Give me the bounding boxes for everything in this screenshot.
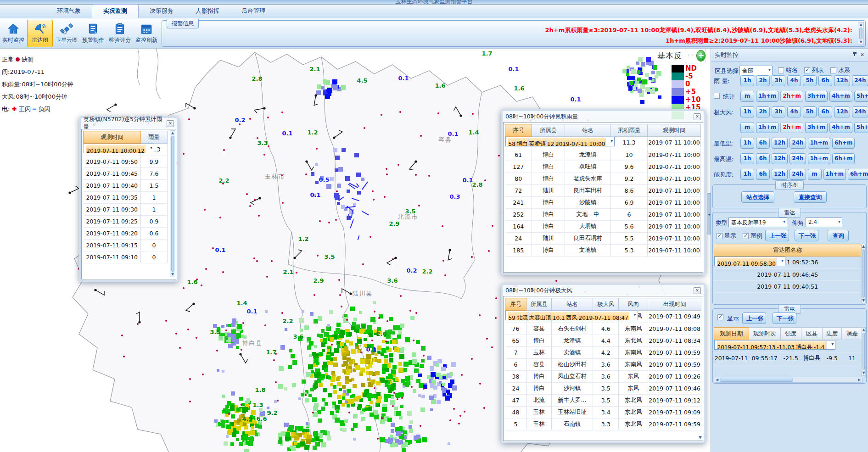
direct-query-button[interactable]: 直接查询 xyxy=(794,191,827,203)
checkbox-图例[interactable] xyxy=(743,233,749,239)
window-title-bar[interactable]: 08时~10时00分钟极大风 ✕ xyxy=(503,285,704,296)
close-icon[interactable]: ✕ xyxy=(694,113,701,120)
table-row[interactable]: 5玉林石南镇3.3东北风2019-07-11 09:59 xyxy=(505,418,701,430)
column-header-陡度[interactable]: 陡度 xyxy=(823,328,842,340)
alarm-scrollbar[interactable]: ▲▼ xyxy=(858,22,864,45)
column-header-出现时间[interactable]: 出现时间 xyxy=(648,298,701,311)
table-row[interactable]: 80博白老虎头水库9.22019-07-11 10:00 xyxy=(505,173,701,184)
scroll-down-icon[interactable]: ▼ xyxy=(171,272,174,277)
window-title-bar[interactable]: 英桥镇(N5702)逐5分钟累计雨量 ✕ xyxy=(81,118,177,129)
menu-tab-环境气象[interactable]: 环境气象 xyxy=(46,5,92,18)
column-header-观测时次[interactable]: 观测时次 xyxy=(749,328,780,340)
period-button-6h+m[interactable]: 6h+m xyxy=(832,153,855,164)
period-button-1h+m[interactable]: 1h+m xyxy=(808,138,830,149)
window-title-bar[interactable]: 08时~10时00分钟累积雨量 ✕ xyxy=(503,111,704,122)
table-row[interactable]: 164博白大垌镇5.62019-07-11 10:00 xyxy=(505,220,701,232)
prev-image-button[interactable]: 上一张 xyxy=(765,230,789,241)
table-row[interactable]: 2019-07-11 09:46:45 xyxy=(714,268,862,280)
table-row[interactable]: 38博白凤山立石村3.6东风2019-07-11 09:26 xyxy=(505,370,701,382)
table-row[interactable]: 2019-07-11 09:301 xyxy=(84,203,168,215)
radar-list-scrollbar[interactable]: ▲▼ xyxy=(861,244,866,303)
period-button-3h[interactable]: 3h xyxy=(772,106,785,117)
period-button-5h+m[interactable]: 5h+m xyxy=(854,122,868,133)
table-row[interactable]: 241博白沙陂镇6.92019-07-11 10:00 xyxy=(505,196,701,208)
column-header-观测时间[interactable]: 观测时间 xyxy=(648,124,701,137)
table-row[interactable]: 2019-07-11 09:457.6 xyxy=(84,167,168,179)
next-image-button[interactable]: 下一张 xyxy=(795,230,818,241)
period-button-1h[interactable]: 1h xyxy=(740,153,754,164)
scroll-down-icon[interactable]: ▼ xyxy=(699,435,702,440)
period-button-12h[interactable]: 12h xyxy=(834,106,850,117)
max-wind-window[interactable]: 08时~10时00分钟极大风 ✕ 序号所属县站名极大风风向出现时间59北流大容山… xyxy=(501,283,706,443)
column-header-误差[interactable]: 误差 xyxy=(842,328,862,340)
table-row[interactable]: 59北流大容山顶10.1西风2019-07-11 08:47 xyxy=(505,311,638,320)
period-button-24h[interactable]: 24h xyxy=(790,169,806,180)
station-select-button[interactable]: 站点选择 xyxy=(741,191,774,203)
period-button-6h+m[interactable]: 6h+m xyxy=(832,138,855,149)
lightning-hscrollbar[interactable]: ◀▶ xyxy=(714,377,862,383)
table-row[interactable]: 185博白文地镇5.32019-07-11 10:00 xyxy=(505,244,701,256)
lightning-show-checkbox[interactable] xyxy=(717,314,723,320)
period-button-4h[interactable]: 4h xyxy=(787,75,801,86)
period-button-m[interactable]: m xyxy=(740,91,754,102)
table-row[interactable]: 2019-07-11 09:40:51 xyxy=(714,280,862,292)
period-button-4h[interactable]: 4h xyxy=(787,106,801,117)
period-button-12h[interactable]: 12h xyxy=(772,138,788,149)
scroll-down-icon[interactable]: ▼ xyxy=(862,298,865,303)
table-row[interactable]: 2019-07-11 09:100 xyxy=(84,251,168,263)
next-image-button[interactable]: 下一张 xyxy=(773,312,796,324)
menu-tab-后台管理[interactable]: 后台管理 xyxy=(230,5,276,18)
table-row[interactable]: 2019-07-11 09:200.6 xyxy=(84,227,168,239)
period-button-4h+m[interactable]: 4h+m xyxy=(829,91,852,102)
lightning-table-scrollbar[interactable]: ▲▼ xyxy=(862,327,866,376)
toolbar-button-雷达图[interactable]: 雷达图 xyxy=(27,20,53,47)
table-row[interactable]: 48玉林玉林站旧址3.4东北风2019-07-11 09:09 xyxy=(505,406,701,418)
menu-tab-决策服务[interactable]: 决策服务 xyxy=(139,5,185,18)
period-button-6h[interactable]: 6h xyxy=(756,153,770,164)
period-button-24h[interactable]: 24h xyxy=(852,75,868,86)
column-header-区县[interactable]: 区县 xyxy=(801,328,823,340)
period-button-1h+m[interactable]: 1h+m xyxy=(823,169,846,180)
period-button-3h+m[interactable]: 3h+m xyxy=(805,122,828,133)
table-row[interactable]: 6容县松山沙田村3.6东南风2019-07-11 09:59 xyxy=(505,358,701,370)
period-button-6h[interactable]: 6h xyxy=(818,106,832,117)
period-button-5h[interactable]: 5h xyxy=(803,75,817,86)
menu-tab-实况监测[interactable]: 实况监测 xyxy=(92,4,139,18)
panel-collapse-grip[interactable]: ◂ xyxy=(707,193,711,234)
table-row[interactable]: 72陆川良田车田村8.62019-07-11 10:00 xyxy=(505,184,701,196)
table-row[interactable]: 2019-07-11 09:401.5 xyxy=(84,179,168,191)
period-button-m[interactable]: m xyxy=(808,169,822,180)
period-button-6h[interactable]: 6h xyxy=(756,169,770,180)
query-button[interactable]: 查询 xyxy=(828,230,849,241)
toolbar-button-预警制作[interactable]: 预警制作 xyxy=(80,20,106,47)
period-button-3h+m[interactable]: 3h+m xyxy=(805,91,828,102)
scroll-right-icon[interactable]: ▶ xyxy=(857,378,862,382)
scroll-up-icon[interactable]: ▲ xyxy=(862,328,865,332)
period-button-6h[interactable]: 6h xyxy=(756,138,770,149)
period-button-2h[interactable]: 2h xyxy=(756,75,770,86)
table-row[interactable]: 2019-07-11 09:351 xyxy=(84,191,168,203)
period-button-1h+m[interactable]: 1h+m xyxy=(756,91,778,102)
table-row[interactable]: 24博白沙河镇3.5东风2019-07-11 09:46 xyxy=(505,382,701,394)
period-button-24h[interactable]: 24h xyxy=(852,106,868,117)
scroll-up-icon[interactable]: ▲ xyxy=(862,244,865,249)
column-header-序号[interactable]: 序号 xyxy=(505,124,532,137)
period-button-5h[interactable]: 5h xyxy=(803,106,817,117)
period-button-3h[interactable]: 3h xyxy=(772,75,785,86)
period-button-1h+m[interactable]: 1h+m xyxy=(756,122,778,133)
scroll-left-icon[interactable]: ◀ xyxy=(714,378,720,382)
station-table-scrollbar[interactable]: ▲▼ xyxy=(170,130,175,277)
table-row[interactable]: 24陆川良田石垌村5.52019-07-11 10:00 xyxy=(505,232,701,244)
toolbar-button-监控刷新[interactable]: 监控刷新 xyxy=(134,20,159,47)
column-header-所属县[interactable]: 所属县 xyxy=(532,124,565,137)
table-row[interactable]: 2019-07-1109:55:17-21.5博白县-9.511 xyxy=(714,352,862,364)
table-row[interactable]: 47北流新丰大罗...3.5东北风2019-07-11 09:12 xyxy=(505,394,701,406)
period-button-2h[interactable]: 2h xyxy=(756,106,770,117)
elevation-select[interactable]: 2.4 xyxy=(806,218,842,227)
table-row[interactable]: 2019-07-1109:57:13-11.03博白县-1.4 xyxy=(714,340,836,350)
prev-image-button[interactable]: 上一张 xyxy=(742,312,766,324)
table-row[interactable]: 2019-07-11 09:150 xyxy=(84,239,168,251)
table-row[interactable]: 58博白英桥镇122019-07-11 10:00 xyxy=(505,137,615,146)
period-button-5h+m[interactable]: 5h+m xyxy=(854,91,868,102)
period-button-4h+m[interactable]: 4h+m xyxy=(829,122,852,133)
